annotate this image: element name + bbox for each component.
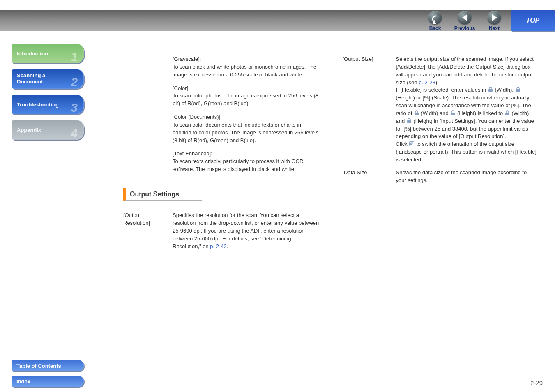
sidebar-item-troubleshooting[interactable]: Troubleshooting 3 — [12, 95, 84, 114]
body-color: To scan color photos. The image is expre… — [173, 92, 320, 108]
next-icon — [487, 11, 501, 25]
term-text-enhanced: [Text Enhanced]: — [173, 150, 320, 158]
page-number: 2-29 — [530, 379, 543, 386]
label-output-size: [Output Size] — [343, 55, 396, 164]
toc-label: Table of Contents — [16, 363, 61, 369]
svg-rect-3 — [451, 113, 455, 115]
left-column: [Grayscale]: To scan black and white pho… — [123, 55, 320, 367]
sidebar-item-label: Scanning aDocument — [17, 73, 45, 85]
top-button[interactable]: TOP — [511, 10, 555, 31]
term-color-documents: [Color (Documents)]: — [173, 113, 320, 121]
body-color-documents: To scan color documents that include tex… — [173, 121, 320, 145]
lock-height-icon — [450, 110, 456, 116]
sidebar-item-appendix[interactable]: Appendix 4 — [12, 120, 84, 140]
lock-height-icon — [406, 118, 412, 124]
body-output-resolution: Specifies the resolution for the scan. Y… — [173, 212, 320, 250]
svg-rect-1 — [516, 89, 520, 92]
body-grayscale: To scan black and white photos or monoch… — [173, 63, 320, 79]
sidebar-item-introduction[interactable]: Introduction 1 — [12, 44, 84, 63]
page-content: [Grayscale]: To scan black and white pho… — [123, 55, 539, 367]
toc-button[interactable]: Table of Contents — [12, 360, 84, 371]
previous-label: Previous — [454, 25, 475, 31]
term-color: [Color]: — [173, 85, 320, 92]
chapter-number-icon: 2 — [71, 75, 78, 90]
body-output-size: Selects the output size of the scanned i… — [396, 55, 539, 164]
next-button[interactable]: Next — [479, 10, 509, 31]
index-label: Index — [16, 378, 30, 385]
svg-rect-5 — [407, 120, 411, 123]
section-heading-output-settings: Output Settings — [123, 188, 202, 201]
link-p-2-23[interactable]: p. 2-23 — [419, 79, 435, 85]
svg-rect-0 — [488, 89, 493, 92]
sidebar-item-scanning[interactable]: Scanning aDocument 2 — [12, 69, 84, 89]
sidebar-item-label: Appendix — [17, 127, 41, 133]
chapter-number-icon: 1 — [71, 50, 78, 64]
chapter-number-icon: 3 — [71, 101, 78, 115]
previous-button[interactable]: Previous — [450, 10, 479, 31]
orientation-switch-icon — [409, 141, 415, 147]
label-output-resolution: [Output Resolution] — [123, 212, 173, 250]
back-icon — [428, 11, 442, 25]
lock-height-icon — [515, 87, 521, 92]
sidebar-item-label: Troubleshooting — [17, 101, 59, 108]
label-data-size: [Data Size] — [343, 169, 396, 184]
next-label: Next — [489, 25, 500, 31]
body-data-size: Shows the data size of the scanned image… — [396, 169, 539, 184]
back-label: Back — [429, 25, 441, 31]
link-p-2-42[interactable]: p. 2-42 — [210, 243, 226, 249]
lock-width-icon — [504, 110, 510, 116]
top-label: TOP — [526, 17, 540, 24]
index-button[interactable]: Index — [12, 376, 84, 387]
right-column: [Output Size] Selects the output size of… — [343, 55, 539, 367]
previous-icon — [458, 11, 472, 25]
back-button[interactable]: Back — [420, 10, 450, 31]
chapter-number-icon: 4 — [71, 126, 78, 140]
sidebar-item-label: Introduction — [17, 51, 48, 57]
term-grayscale: [Grayscale]: — [173, 55, 320, 63]
svg-rect-8 — [411, 142, 413, 144]
sidebar: Introduction 1 Scanning aDocument 2 Trou… — [12, 44, 89, 145]
svg-rect-2 — [415, 113, 419, 115]
lock-width-icon — [488, 87, 493, 92]
svg-rect-4 — [505, 113, 509, 115]
body-text-enhanced: To scan texts crisply, particularly to p… — [173, 158, 320, 173]
lock-width-icon — [414, 110, 419, 116]
